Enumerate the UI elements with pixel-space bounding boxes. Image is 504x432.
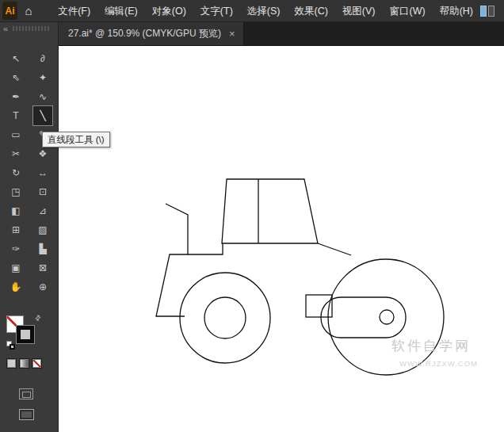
canvas-area[interactable]: 软件自学网 WWW.RJZXW.COM (59, 46, 504, 432)
tool-tooltip: 直线段工具 (\) (42, 132, 110, 147)
workspace-switcher-icon[interactable] (480, 6, 494, 17)
stroke-swatch-black[interactable] (17, 326, 34, 343)
menu-view[interactable]: 视图(V) (335, 0, 383, 22)
body-outline (156, 243, 223, 316)
cab-outline (222, 179, 318, 243)
none-button[interactable] (32, 358, 42, 369)
swap-fill-stroke-icon[interactable]: ⇄ (33, 313, 43, 323)
illustrator-window: Ai ⌂ 文件(F) 编辑(E) 对象(O) 文字(T) 选择(S) 效果(C)… (0, 0, 504, 432)
menu-window[interactable]: 窗口(W) (383, 0, 433, 22)
free-transform-tool[interactable]: ⊡ (33, 182, 52, 201)
workspace-icon-left (480, 6, 487, 17)
hood-line (318, 243, 351, 255)
selection-tool[interactable]: ↖ (6, 49, 25, 68)
default-stroke-icon (10, 344, 15, 350)
menu-select[interactable]: 选择(S) (240, 0, 288, 22)
home-icon[interactable]: ⌂ (17, 0, 40, 22)
scale-tool[interactable]: ◳ (6, 182, 25, 201)
default-fill-stroke-icon[interactable] (6, 341, 16, 350)
mesh-tool[interactable]: ⊞ (6, 220, 25, 239)
tools-panel-header: « (0, 22, 58, 35)
tools-panel: « ↖ ∂ ⇖ ✦ ✒ ∿ T ╲ ▭ ✎ ✂ ❖ ↻ ↔ ◳ ⊡ ◧ ⊿ ⊞ … (0, 22, 59, 432)
menu-type[interactable]: 文字(T) (193, 0, 240, 22)
fill-stroke-control: ⇄ (6, 315, 41, 352)
menu-object[interactable]: 对象(O) (145, 0, 193, 22)
slice-tool[interactable]: ⊠ (33, 258, 52, 277)
perspective-grid-tool[interactable]: ⊿ (33, 201, 52, 220)
width-tool[interactable]: ↔ (33, 163, 52, 182)
color-button[interactable] (6, 358, 17, 369)
menu-bar: Ai ⌂ 文件(F) 编辑(E) 对象(O) 文字(T) 选择(S) 效果(C)… (0, 0, 504, 22)
app-logo-icon[interactable]: Ai (2, 2, 17, 20)
line-segment-tool[interactable]: ╲ (33, 106, 52, 125)
curvature-tool[interactable]: ∿ (33, 87, 52, 106)
magic-wand-tool[interactable]: ✦ (33, 68, 52, 87)
exhaust-pipe (166, 204, 188, 254)
shape-builder-tool[interactable]: ◧ (6, 201, 25, 220)
panel-drag-grip[interactable] (13, 26, 50, 31)
menu-edit[interactable]: 编辑(E) (97, 0, 145, 22)
roller-frame (321, 297, 406, 338)
watermark-text: 软件自学网 (391, 337, 471, 355)
rotate-tool[interactable]: ↻ (6, 163, 25, 182)
roller-drum (328, 259, 444, 375)
draw-mode-icon[interactable] (19, 388, 33, 400)
tool-grid: ↖ ∂ ⇖ ✦ ✒ ∿ T ╲ ▭ ✎ ✂ ❖ ↻ ↔ ◳ ⊡ ◧ ⊿ ⊞ ▨ … (6, 49, 52, 296)
hand-tool[interactable]: ✋ (6, 277, 25, 296)
direct-selection-tool[interactable]: ⇖ (6, 68, 25, 87)
artboard-tool[interactable]: ▣ (6, 258, 25, 277)
document-tab-title: 27.ai* @ 150.9% (CMYK/GPU 预览) (68, 27, 221, 40)
roller-tractor-drawing (59, 46, 504, 432)
workspace-icon-right (488, 6, 494, 17)
collapse-panel-icon[interactable]: « (3, 22, 8, 35)
rear-wheel-outer (180, 273, 270, 363)
menu-help[interactable]: 帮助(H) (433, 0, 480, 22)
type-tool[interactable]: T (6, 106, 25, 125)
gradient-tool[interactable]: ▨ (33, 220, 52, 239)
menu-list: 文件(F) 编辑(E) 对象(O) 文字(T) 选择(S) 效果(C) 视图(V… (51, 0, 480, 22)
zoom-tool[interactable]: ⊕ (33, 277, 52, 296)
menu-effect[interactable]: 效果(C) (287, 0, 334, 22)
gradient-button[interactable] (19, 358, 29, 369)
scissors-tool[interactable]: ✂ (6, 144, 25, 163)
pen-tool[interactable]: ✒ (6, 87, 25, 106)
document-tab[interactable]: 27.ai* @ 150.9% (CMYK/GPU 预览) × (59, 22, 244, 45)
rectangle-tool[interactable]: ▭ (6, 125, 25, 144)
eyedropper-tool[interactable]: ✑ (6, 239, 25, 258)
roller-hub (380, 310, 394, 324)
tab-close-icon[interactable]: × (229, 29, 235, 39)
document-tab-strip: 27.ai* @ 150.9% (CMYK/GPU 预览) × (59, 22, 504, 46)
rear-wheel-inner (204, 297, 246, 338)
menu-file[interactable]: 文件(F) (51, 0, 97, 22)
lasso-tool[interactable]: ∂ (33, 49, 52, 68)
graph-tool[interactable]: ▙ (33, 239, 52, 258)
screen-mode-icon[interactable] (19, 409, 34, 420)
watermark-url: WWW.RJZXW.COM (399, 359, 478, 368)
color-mode-buttons (6, 358, 42, 369)
